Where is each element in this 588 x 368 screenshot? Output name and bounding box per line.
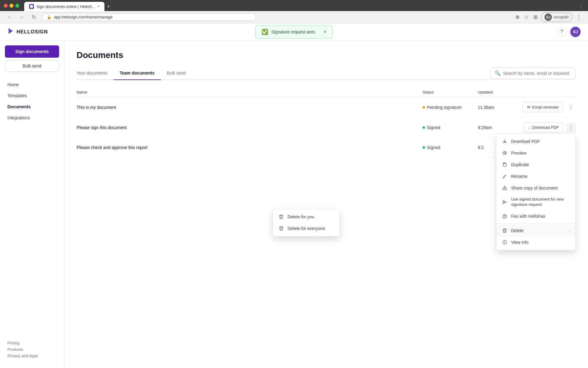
products-link[interactable]: Products [7, 347, 57, 352]
tab-favicon [29, 4, 34, 9]
doc-updated-1: 11:36am [478, 105, 508, 110]
pricing-link[interactable]: Pricing [7, 341, 57, 345]
tab-team-documents[interactable]: Team documents [114, 67, 161, 80]
user-avatar[interactable]: SJ [570, 27, 581, 37]
col-header-status: Status [423, 90, 478, 94]
tab-bulk-send[interactable]: Bulk send [161, 67, 192, 80]
sidebar-item-documents[interactable]: Documents [0, 101, 64, 112]
trash-icon-everyone [278, 226, 284, 231]
context-menu-rename[interactable]: Rename [496, 171, 575, 182]
context-preview-label: Preview [511, 151, 526, 155]
sidebar-item-home-label: Home [7, 82, 19, 87]
header-right: ? SJ [557, 27, 581, 37]
new-tab-btn[interactable]: + [104, 2, 113, 11]
tab-your-documents[interactable]: Your documents [77, 67, 114, 80]
more-options-btn-1[interactable]: ⋮ [566, 102, 576, 112]
logo-icon [7, 28, 14, 36]
doc-name-3: Please check and approve this report [77, 145, 423, 150]
sidebar-item-integrations[interactable]: Integrations [0, 112, 64, 123]
email-reminder-btn[interactable]: ✉ Email reminder [522, 102, 564, 112]
incognito-label: Incognito [554, 15, 569, 19]
status-dot-signed [423, 146, 425, 149]
sidebar-item-integrations-label: Integrations [7, 115, 30, 120]
hellosign-logo: HELLOSIGN [7, 28, 48, 36]
svg-rect-3 [503, 163, 506, 167]
document-tabs: Your documents Team documents Bulk send … [77, 67, 576, 80]
svg-point-2 [504, 152, 506, 154]
traffic-lights [4, 4, 19, 8]
maximize-traffic-light[interactable] [15, 4, 19, 8]
trash-icon [502, 228, 507, 233]
bookmark-icon[interactable]: ☆ [523, 13, 530, 21]
privacy-link[interactable]: Privacy and legal [7, 354, 57, 358]
close-traffic-light[interactable] [4, 4, 8, 8]
duplicate-icon [502, 162, 507, 167]
delete-for-you-btn[interactable]: Delete for you [273, 211, 340, 223]
table-row: This is my document Pending signature 11… [77, 97, 576, 117]
notification-close-btn[interactable]: × [324, 29, 326, 35]
context-menu-fax[interactable]: Fax with HelloFax [496, 210, 575, 222]
download-pdf-btn[interactable]: ↓ Download PDF [524, 122, 564, 132]
send-icon [502, 199, 507, 205]
rename-icon [502, 174, 507, 179]
status-text-2: Signed [427, 125, 440, 130]
bulk-send-btn[interactable]: Bulk send [5, 60, 59, 72]
svg-point-0 [30, 5, 33, 8]
delete-for-everyone-btn[interactable]: Delete for everyone [273, 223, 340, 234]
browser-more-btn[interactable]: ⋮ [575, 12, 583, 22]
cast-icon[interactable]: ⊕ [514, 13, 521, 21]
tab-close-btn[interactable]: × [97, 5, 99, 8]
search-icon: 🔍 [495, 70, 501, 76]
documents-table: Name Status Updated This is my document … [77, 87, 576, 158]
sidebar-item-documents-label: Documents [7, 104, 31, 109]
doc-updated-2: 9:29am [478, 125, 508, 130]
context-menu-view-info[interactable]: View info [496, 236, 575, 248]
address-text: app.hellosign.com/home/manage [54, 15, 113, 19]
download-icon [502, 139, 507, 144]
lock-icon: 🔒 [47, 15, 51, 19]
col-header-updated: Updated [478, 90, 508, 94]
context-fax-label: Fax with HelloFax [511, 214, 545, 219]
col-header-name: Name [77, 90, 423, 94]
submenu-arrow-icon: › [569, 228, 570, 233]
context-menu-use-signed[interactable]: Use signed document for new signature re… [496, 194, 575, 210]
context-menu-duplicate[interactable]: Duplicate [496, 159, 575, 171]
status-text-1: Pending signature [427, 105, 462, 110]
incognito-initials: SJ [546, 15, 550, 19]
logo-text: HELLOSIGN [17, 29, 48, 35]
back-btn[interactable]: ← [5, 13, 13, 21]
sidebar-actions: Sign documents Bulk send [0, 45, 64, 77]
context-menu-share-copy[interactable]: Share copy of document [496, 182, 575, 194]
help-btn[interactable]: ? [557, 27, 567, 37]
check-circle-icon: ✅ [262, 29, 268, 35]
sidebar-item-templates[interactable]: Templates [0, 90, 64, 101]
notification-banner: ✅ Signature request sent. × [255, 25, 333, 39]
context-duplicate-label: Duplicate [511, 162, 529, 167]
minimize-traffic-light[interactable] [9, 4, 13, 8]
context-share-label: Share copy of document [511, 186, 558, 190]
browser-window-controls[interactable]: ⋮ [578, 2, 584, 9]
table-header: Name Status Updated [77, 87, 576, 97]
doc-status-2: Signed [423, 125, 478, 130]
context-menu-preview[interactable]: Preview [496, 147, 575, 159]
search-input[interactable] [503, 71, 571, 76]
context-menu-delete[interactable]: Delete › [496, 225, 575, 236]
refresh-btn[interactable]: ↻ [29, 13, 38, 21]
share-icon [502, 185, 507, 191]
sidebar: Sign documents Bulk send Home Templates … [0, 40, 64, 368]
context-menu-download-pdf[interactable]: Download PDF [496, 136, 575, 147]
tab-search-icon[interactable]: ⊞ [532, 13, 539, 21]
sidebar-item-home[interactable]: Home [0, 79, 64, 90]
col-header-actions [508, 90, 576, 94]
sign-documents-btn[interactable]: Sign documents [5, 45, 59, 58]
doc-status-3: Signed [423, 145, 478, 150]
sidebar-footer: Pricing Products Privacy and legal [0, 336, 64, 363]
content-area: Documents Your documents Team documents … [64, 40, 588, 368]
more-options-btn-2[interactable]: ⋮ [566, 123, 576, 132]
table-row: Please sign this document Signed 9:29am … [77, 117, 576, 138]
forward-btn[interactable]: → [17, 13, 26, 21]
search-box: 🔍 [490, 67, 576, 79]
delete-for-everyone-label: Delete for everyone [288, 226, 325, 231]
active-browser-tab[interactable]: Sign documents online | HelloS... × [24, 2, 104, 11]
address-bar[interactable]: 🔒 app.hellosign.com/home/manage [42, 13, 256, 21]
